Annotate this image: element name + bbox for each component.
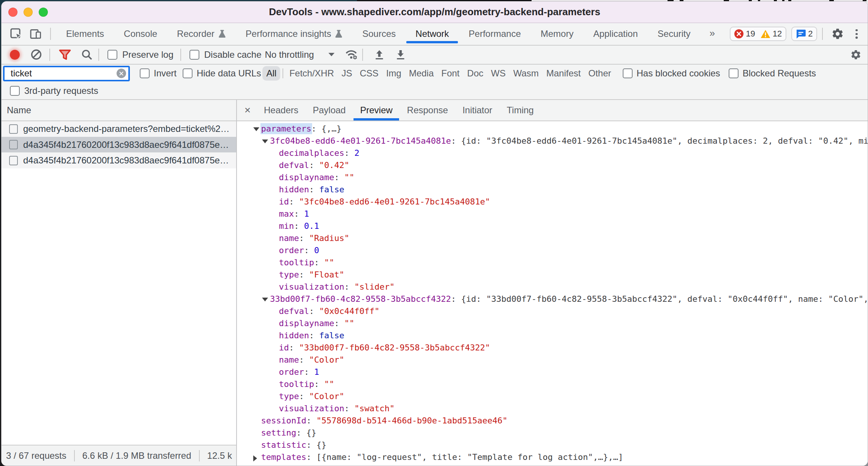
tab-application[interactable]: Application bbox=[583, 23, 647, 45]
network-conditions-icon[interactable] bbox=[345, 49, 358, 60]
type-filter-doc[interactable]: Doc bbox=[463, 66, 487, 81]
settings-gear-icon[interactable] bbox=[828, 25, 847, 43]
tab-sources[interactable]: Sources bbox=[352, 23, 406, 45]
tree-line[interactable]: max: 1 bbox=[237, 208, 868, 220]
tree-line[interactable]: tooltip: "" bbox=[237, 257, 868, 269]
tree-line[interactable]: displayname: "" bbox=[237, 317, 868, 330]
tree-line[interactable]: displayname: "" bbox=[237, 171, 868, 184]
preserve-log-checkbox[interactable]: Preserve log bbox=[107, 49, 174, 60]
network-settings-gear-icon[interactable] bbox=[850, 49, 862, 60]
expanded-arrow-icon[interactable] bbox=[262, 139, 268, 143]
tree-line[interactable]: id: "33bd00f7-fb60-4c82-9558-3b5abccf432… bbox=[237, 342, 868, 354]
details-tab-timing[interactable]: Timing bbox=[500, 100, 541, 120]
checkbox[interactable] bbox=[183, 68, 193, 78]
details-tab-payload[interactable]: Payload bbox=[306, 100, 353, 120]
close-details-icon[interactable]: × bbox=[238, 104, 257, 116]
tree-line[interactable]: templates: [{name: "log-request", title:… bbox=[237, 451, 868, 463]
type-filter-css[interactable]: CSS bbox=[356, 66, 382, 81]
collapsed-arrow-icon[interactable] bbox=[253, 455, 257, 461]
checkbox[interactable] bbox=[10, 86, 20, 96]
tree-line[interactable]: order: 1 bbox=[237, 366, 868, 378]
third-party-checkbox[interactable]: 3rd-party requests bbox=[10, 86, 98, 96]
type-filter-font[interactable]: Font bbox=[437, 66, 463, 81]
tree-line[interactable]: min: 0.1 bbox=[237, 220, 868, 232]
tree-line[interactable]: hidden: false bbox=[237, 184, 868, 196]
details-tab-preview[interactable]: Preview bbox=[353, 100, 399, 120]
tree-line[interactable]: statistic: {} bbox=[237, 439, 868, 451]
export-har-icon[interactable] bbox=[396, 50, 405, 60]
filter-input[interactable] bbox=[5, 68, 115, 79]
request-checkbox[interactable] bbox=[9, 124, 18, 134]
throttling-select[interactable]: No throttling bbox=[265, 49, 334, 60]
close-window-button[interactable] bbox=[8, 8, 17, 17]
inspect-element-icon[interactable] bbox=[6, 25, 26, 43]
tree-line[interactable]: setting: {} bbox=[237, 427, 868, 439]
filter-funnel-icon[interactable] bbox=[59, 49, 71, 60]
type-filter-other[interactable]: Other bbox=[584, 66, 615, 81]
type-filter-wasm[interactable]: Wasm bbox=[510, 66, 543, 81]
checkbox[interactable] bbox=[107, 50, 117, 60]
checkbox[interactable] bbox=[729, 68, 739, 78]
search-icon[interactable] bbox=[82, 49, 92, 60]
request-row[interactable]: d4a345f4b21760200f13c983d8aec9f641df0875… bbox=[2, 137, 236, 152]
blocked-requests-checkbox[interactable]: Blocked Requests bbox=[729, 68, 816, 79]
name-column-header[interactable]: Name bbox=[2, 100, 236, 121]
tree-line[interactable]: tooltip: "" bbox=[237, 378, 868, 390]
checkbox[interactable] bbox=[623, 68, 633, 78]
tree-line[interactable]: defval: "0x0c44f0ff" bbox=[237, 305, 868, 317]
minimize-window-button[interactable] bbox=[24, 8, 33, 17]
record-button[interactable] bbox=[10, 50, 20, 60]
tab-console[interactable]: Console bbox=[114, 23, 167, 45]
has-blocked-cookies-checkbox[interactable]: Has blocked cookies bbox=[623, 68, 720, 79]
request-checkbox[interactable] bbox=[9, 156, 18, 165]
tree-line[interactable]: name: "Radius" bbox=[237, 232, 868, 244]
type-filter-all[interactable]: All bbox=[262, 66, 280, 81]
tab-performance[interactable]: Performance bbox=[459, 23, 530, 45]
request-checkbox[interactable] bbox=[9, 140, 18, 149]
request-row[interactable]: geometry-backend-parameters?embed=ticket… bbox=[2, 121, 236, 137]
type-filter-media[interactable]: Media bbox=[405, 66, 437, 81]
checkbox[interactable] bbox=[189, 50, 199, 60]
tab-elements[interactable]: Elements bbox=[56, 23, 114, 45]
tab-memory[interactable]: Memory bbox=[531, 23, 584, 45]
details-tab-response[interactable]: Response bbox=[400, 100, 455, 120]
errors-warnings-badge[interactable]: 19 12 bbox=[730, 27, 786, 41]
request-row[interactable]: d4a345f4b21760200f13c983d8aec9f641df0875… bbox=[2, 152, 236, 168]
tab-performance-insights[interactable]: Performance insights bbox=[236, 23, 352, 45]
expanded-arrow-icon[interactable] bbox=[253, 127, 259, 131]
invert-checkbox[interactable]: Invert bbox=[140, 68, 177, 79]
tree-line[interactable]: type: "Color" bbox=[237, 390, 868, 403]
type-filter-manifest[interactable]: Manifest bbox=[543, 66, 585, 81]
tree-line[interactable]: hidden: false bbox=[237, 330, 868, 342]
tree-line[interactable]: 3fc04be8-edd6-4e01-9261-7bc145a4081e: {i… bbox=[237, 135, 868, 147]
tree-line[interactable]: decimalplaces: 2 bbox=[237, 147, 868, 159]
tree-line[interactable]: defval: "0.42" bbox=[237, 159, 868, 171]
device-toolbar-icon[interactable] bbox=[26, 25, 46, 43]
type-filter-js[interactable]: JS bbox=[338, 66, 356, 81]
checkbox[interactable] bbox=[140, 68, 150, 78]
tree-line[interactable]: type: "Float" bbox=[237, 269, 868, 281]
details-tab-initiator[interactable]: Initiator bbox=[455, 100, 500, 120]
type-filter-img[interactable]: Img bbox=[382, 66, 405, 81]
hide-data-urls-checkbox[interactable]: Hide data URLs bbox=[183, 68, 261, 79]
clear-filter-icon[interactable]: ✕ bbox=[117, 69, 126, 78]
zoom-window-button[interactable] bbox=[39, 8, 48, 17]
window-titlebar[interactable]: DevTools - www.shapediver.com/app/m/geom… bbox=[2, 2, 868, 23]
tree-line[interactable]: parameters: {,…} bbox=[237, 123, 868, 135]
type-filter-fetch-xhr[interactable]: Fetch/XHR bbox=[286, 66, 338, 81]
type-filter-ws[interactable]: WS bbox=[487, 66, 510, 81]
tab-recorder[interactable]: Recorder bbox=[167, 23, 236, 45]
more-tabs-button[interactable]: » bbox=[705, 27, 720, 41]
tree-line[interactable]: id: "3fc04be8-edd6-4e01-9261-7bc145a4081… bbox=[237, 196, 868, 208]
expanded-arrow-icon[interactable] bbox=[262, 298, 268, 301]
issues-badge[interactable]: 2 bbox=[791, 27, 817, 41]
tab-network[interactable]: Network bbox=[406, 23, 459, 45]
tab-security[interactable]: Security bbox=[648, 23, 701, 45]
tree-line[interactable]: 33bd00f7-fb60-4c82-9558-3b5abccf4322: {i… bbox=[237, 293, 868, 305]
disable-cache-checkbox[interactable]: Disable cache bbox=[189, 49, 262, 60]
import-har-icon[interactable] bbox=[375, 50, 384, 60]
tree-line[interactable]: visualization: "slider" bbox=[237, 281, 868, 293]
tree-line[interactable]: order: 0 bbox=[237, 244, 868, 257]
menu-kebab-icon[interactable] bbox=[852, 29, 861, 39]
tree-line[interactable]: name: "Color" bbox=[237, 354, 868, 366]
